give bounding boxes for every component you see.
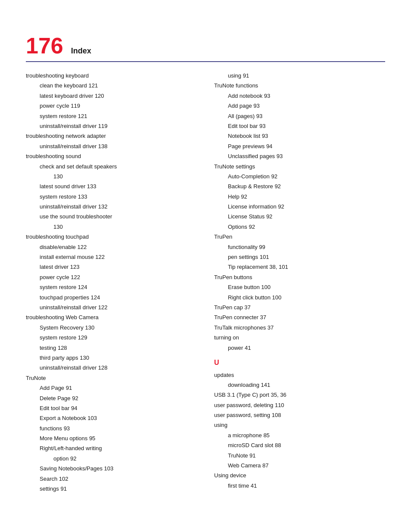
index-entry: Right/Left-handed writing [26, 443, 197, 453]
index-entry: troubleshooting sound [26, 151, 197, 161]
index-entry: clean the keyboard 121 [26, 81, 197, 90]
index-entry: Backup & Restore 92 [214, 181, 385, 191]
index-entry: Help 92 [214, 192, 385, 202]
index-entry: troubleshooting network adapter [26, 131, 197, 141]
index-entry: using [214, 420, 385, 430]
index-entry: uninstall/reinstall driver 119 [26, 121, 197, 131]
index-entry: Add notebook 93 [214, 91, 385, 101]
index-entry: disable/enable 122 [26, 242, 197, 252]
index-entry: troubleshooting Web Camera [26, 312, 197, 322]
page: 176 Index troubleshooting keyboardclean … [0, 0, 411, 532]
index-entry: install external mouse 122 [26, 252, 197, 262]
index-entry: System Recovery 130 [26, 323, 197, 333]
index-entry: latest keyboard driver 120 [26, 91, 197, 101]
index-entry: Add page 93 [214, 101, 385, 111]
index-entry: Right click button 100 [214, 292, 385, 302]
index-entry: using 91 [214, 71, 385, 81]
index-entry: third party apps 130 [26, 353, 197, 363]
index-entry: pen settings 101 [214, 252, 385, 262]
index-entry: Erase button 100 [214, 282, 385, 292]
index-entry: uninstall/reinstall driver 138 [26, 141, 197, 151]
index-entry: Export a Notebook 103 [26, 413, 197, 423]
index-entry: troubleshooting keyboard [26, 71, 197, 81]
index-entry: settings 91 [26, 484, 197, 494]
index-entry: License information 92 [214, 202, 385, 212]
index-entry: functions 93 [26, 423, 197, 433]
index-entry: uninstall/reinstall driver 128 [26, 363, 197, 373]
left-column: troubleshooting keyboardclean the keyboa… [26, 71, 197, 494]
index-entry: Saving Notebooks/Pages 103 [26, 464, 197, 473]
right-column: using 91TruNote functionsAdd notebook 93… [214, 71, 385, 494]
index-entry: TruTalk microphones 37 [214, 323, 385, 333]
index-entry: All (pages) 93 [214, 111, 385, 121]
index-entry: turning on [214, 333, 385, 342]
index-entry: latest sound driver 133 [26, 181, 197, 191]
index-entry: TruNote [26, 373, 197, 383]
index-entry: Add Page 91 [26, 383, 197, 393]
index-entry: TruPen [214, 232, 385, 242]
index-entry: Edit tool bar 93 [214, 121, 385, 131]
content-area: troubleshooting keyboardclean the keyboa… [26, 71, 385, 494]
index-entry: system restore 129 [26, 333, 197, 342]
index-entry: power cycle 119 [26, 101, 197, 111]
index-entry: Unclassified pages 93 [214, 151, 385, 161]
index-entry: functionality 99 [214, 242, 385, 252]
index-entry: uninstall/reinstall driver 132 [26, 202, 197, 212]
index-entry: latest driver 123 [26, 262, 197, 272]
index-entry: TruPen buttons [214, 272, 385, 282]
index-entry: updates [214, 370, 385, 380]
index-entry: touchpad properties 124 [26, 292, 197, 302]
index-entry: Tip replacement 38, 101 [214, 262, 385, 272]
index-entry: Search 102 [26, 474, 197, 484]
index-entry: power cycle 122 [26, 272, 197, 282]
index-entry: USB 3.1 (Type C) port 35, 36 [214, 390, 385, 400]
index-entry: Using device [214, 470, 385, 480]
index-entry: License Status 92 [214, 212, 385, 221]
index-entry: system restore 124 [26, 282, 197, 292]
index-entry: Options 92 [214, 222, 385, 232]
page-header: 176 Index [26, 34, 385, 57]
index-entry: U [214, 357, 385, 368]
index-entry: user password, setting 108 [214, 410, 385, 420]
index-entry: TruPen cap 37 [214, 302, 385, 312]
index-entry: Notebook list 93 [214, 131, 385, 141]
index-entry: use the sound troubleshooter [26, 212, 197, 221]
index-entry: system restore 121 [26, 111, 197, 121]
index-entry: TruNote settings [214, 162, 385, 171]
index-entry: microSD Card slot 88 [214, 440, 385, 450]
index-entry: Edit tool bar 94 [26, 403, 197, 413]
index-entry: troubleshooting touchpad [26, 232, 197, 242]
index-entry: Page previews 94 [214, 141, 385, 151]
index-entry: testing 128 [26, 343, 197, 353]
index-entry: TruNote 91 [214, 451, 385, 460]
index-entry: Auto-Completion 92 [214, 171, 385, 181]
page-number: 176 [26, 34, 63, 57]
header-divider [26, 61, 385, 62]
index-entry: TruPen connecter 37 [214, 312, 385, 322]
index-entry: 130 [26, 222, 197, 232]
index-entry: Web Camera 87 [214, 460, 385, 470]
index-entry: a microphone 85 [214, 430, 385, 440]
index-entry: system restore 133 [26, 192, 197, 202]
page-title: Index [71, 44, 91, 56]
index-entry: Delete Page 92 [26, 393, 197, 403]
index-entry: power 41 [214, 343, 385, 353]
index-entry: check and set default speakers [26, 162, 197, 171]
index-entry: option 92 [26, 454, 197, 464]
index-entry: downloading 141 [214, 380, 385, 390]
index-entry: user password, deleting 110 [214, 400, 385, 410]
index-entry: TruNote functions [214, 81, 385, 90]
index-entry: first time 41 [214, 481, 385, 491]
index-entry: 130 [26, 171, 197, 181]
index-entry: uninstall/reinstall driver 122 [26, 302, 197, 312]
index-entry: More Menu options 95 [26, 433, 197, 443]
